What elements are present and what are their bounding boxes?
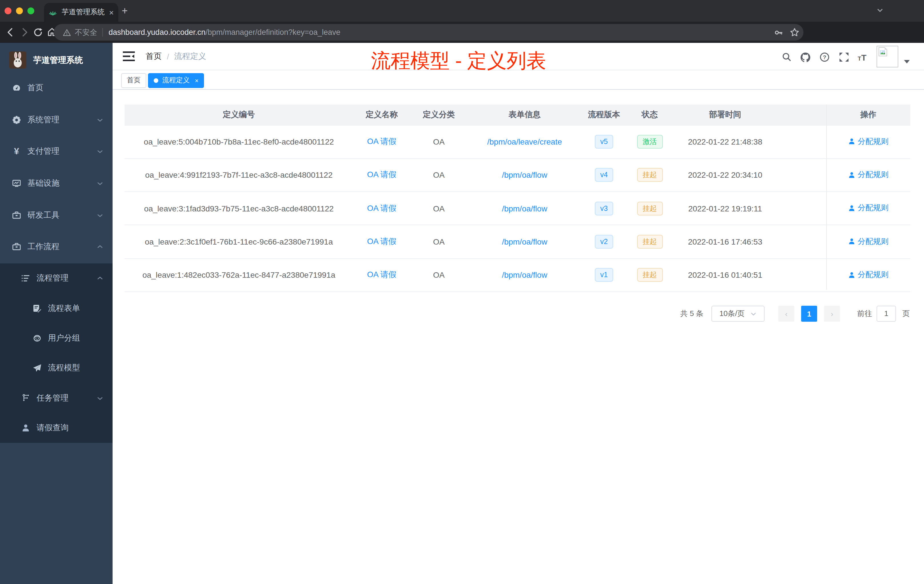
font-size-icon[interactable]: TT bbox=[858, 53, 866, 62]
cell-deploy-time: 2022-01-22 20:34:10 bbox=[673, 171, 777, 180]
sidebar-item-task-management[interactable]: 任务管理 bbox=[0, 383, 112, 413]
prev-page-button[interactable]: ‹ bbox=[778, 306, 794, 322]
status-badge: 挂起 bbox=[637, 268, 663, 282]
assign-rule-link[interactable]: 分配规则 bbox=[848, 170, 889, 180]
status-badge: 挂起 bbox=[637, 201, 663, 215]
tag-home[interactable]: 首页 bbox=[121, 73, 146, 88]
tab-close-icon[interactable]: × bbox=[109, 8, 114, 17]
goto-page-input[interactable]: 1 bbox=[876, 306, 896, 322]
definition-name-link[interactable]: OA 请假 bbox=[367, 203, 396, 212]
sidebar-item-process-form[interactable]: 流程表单 bbox=[0, 294, 112, 323]
tab-search-chevron-icon[interactable] bbox=[876, 7, 883, 14]
sidebar-item-user-group[interactable]: 用户分组 bbox=[0, 323, 112, 353]
next-page-button[interactable]: › bbox=[824, 306, 840, 322]
github-icon[interactable] bbox=[800, 52, 811, 63]
caret-down-icon[interactable] bbox=[904, 60, 910, 63]
version-badge: v3 bbox=[595, 201, 613, 215]
form-link[interactable]: /bpm/oa/flow bbox=[502, 237, 548, 246]
browser-tab[interactable]: 芋道管理系统 × bbox=[44, 3, 118, 22]
tab-title: 芋道管理系统 bbox=[62, 7, 106, 17]
cell-category: OA bbox=[410, 271, 467, 280]
help-icon[interactable]: ? bbox=[819, 52, 830, 62]
assign-rule-link[interactable]: 分配规则 bbox=[848, 203, 889, 213]
sidebar-submenu-workflow: 流程管理 流程表单 用户分组 流程模型 bbox=[0, 264, 112, 443]
sidebar-logo[interactable]: 芋道管理系统 bbox=[0, 49, 112, 71]
definition-name-link[interactable]: OA 请假 bbox=[367, 270, 396, 279]
fullscreen-icon[interactable] bbox=[839, 52, 849, 62]
sidebar-item-process-management[interactable]: 流程管理 bbox=[0, 264, 112, 294]
cell-deploy-time: 2022-01-16 17:46:53 bbox=[673, 237, 777, 246]
sidebar-item-system[interactable]: 系统管理 bbox=[0, 104, 112, 135]
chevron-up-icon bbox=[97, 244, 104, 251]
page-size-select[interactable]: 10条/页 bbox=[711, 306, 765, 322]
tab-strip: 芋道管理系统 × + bbox=[0, 0, 924, 22]
sidebar-item-label: 工作流程 bbox=[27, 242, 59, 252]
breadcrumb: 首页 / 流程定义 bbox=[146, 43, 206, 70]
version-badge: v2 bbox=[595, 235, 613, 249]
tag-label: 流程定义 bbox=[162, 76, 190, 85]
form-link[interactable]: /bpm/oa/flow bbox=[502, 271, 548, 280]
cell-category: OA bbox=[410, 171, 467, 180]
cell-category: OA bbox=[410, 204, 467, 213]
avatar[interactable] bbox=[876, 46, 898, 68]
fixed-column-divider bbox=[826, 104, 827, 289]
tag-close-icon[interactable]: × bbox=[195, 77, 198, 84]
bookmark-star-icon[interactable] bbox=[790, 27, 799, 37]
status-badge: 挂起 bbox=[637, 235, 663, 249]
traffic-light-minimize[interactable] bbox=[16, 7, 23, 14]
traffic-light-close[interactable] bbox=[5, 7, 12, 14]
active-dot bbox=[154, 78, 158, 82]
col-status: 状态 bbox=[626, 110, 673, 120]
sidebar-item-workflow[interactable]: 工作流程 bbox=[0, 231, 112, 263]
goto-unit: 页 bbox=[902, 308, 910, 319]
cell-category: OA bbox=[410, 237, 467, 246]
version-badge: v5 bbox=[595, 135, 613, 148]
form-link[interactable]: /bpm/oa/flow bbox=[502, 204, 548, 213]
sidebar-item-process-model[interactable]: 流程模型 bbox=[0, 353, 112, 383]
sidebar-item-leave-query[interactable]: 请假查询 bbox=[0, 413, 112, 443]
back-icon[interactable] bbox=[6, 27, 15, 37]
sidebar-item-label: 请假查询 bbox=[36, 423, 69, 433]
tree-icon bbox=[21, 394, 30, 403]
goto-label: 前往 bbox=[857, 308, 872, 319]
definition-name-link[interactable]: OA 请假 bbox=[367, 170, 396, 179]
assign-rule-link[interactable]: 分配规则 bbox=[848, 137, 889, 147]
definition-name-link[interactable]: OA 请假 bbox=[367, 137, 396, 146]
pagination: 共 5 条 10条/页 ‹ 1 › 前往 1 页 bbox=[680, 306, 910, 322]
prev-icon: ‹ bbox=[785, 309, 788, 318]
sidebar-toggle-icon[interactable] bbox=[123, 51, 135, 62]
sidebar-item-label: 首页 bbox=[27, 83, 43, 93]
reload-icon[interactable] bbox=[33, 27, 43, 37]
new-tab-button[interactable]: + bbox=[122, 6, 128, 16]
assign-rule-link[interactable]: 分配规则 bbox=[848, 270, 889, 280]
form-link[interactable]: /bpm/oa/flow bbox=[502, 171, 548, 180]
tag-process-definition[interactable]: 流程定义 × bbox=[148, 73, 204, 88]
tag-label: 首页 bbox=[127, 76, 140, 85]
sidebar-item-label: 用户分组 bbox=[48, 333, 80, 343]
sidebar-item-payment[interactable]: ¥ 支付管理 bbox=[0, 136, 112, 167]
monitor-icon bbox=[12, 179, 21, 188]
key-icon[interactable] bbox=[774, 28, 784, 37]
form-link[interactable]: /bpm/oa/leave/create bbox=[487, 137, 562, 146]
url-host: dashboard.yudao.iocoder.cn bbox=[109, 28, 205, 36]
assign-rule-link[interactable]: 分配规则 bbox=[848, 237, 889, 247]
sidebar-item-infra[interactable]: 基础设施 bbox=[0, 167, 112, 199]
version-badge: v4 bbox=[595, 168, 613, 182]
definition-name-link[interactable]: OA 请假 bbox=[367, 237, 396, 246]
breadcrumb-home[interactable]: 首页 bbox=[146, 51, 162, 62]
sidebar-item-label: 基础设施 bbox=[27, 178, 59, 188]
address-bar[interactable]: 不安全 dashboard.yudao.iocoder.cn/bpm/manag… bbox=[54, 24, 804, 41]
page-1-button[interactable]: 1 bbox=[801, 306, 817, 322]
sidebar-item-home[interactable]: 首页 bbox=[0, 72, 112, 104]
status-badge: 激活 bbox=[637, 135, 663, 148]
forward-icon[interactable] bbox=[20, 27, 29, 37]
sidebar-menu: 首页 系统管理 ¥ 支付管理 基础设施 bbox=[0, 72, 112, 263]
omnibox-divider bbox=[102, 28, 103, 36]
col-definition-category: 定义分类 bbox=[410, 110, 467, 120]
definition-table: 定义编号 定义名称 定义分类 表单信息 流程版本 状态 部署时间 操作 oa_l… bbox=[125, 104, 910, 292]
sidebar-item-devtools[interactable]: 研发工具 bbox=[0, 200, 112, 231]
search-icon[interactable] bbox=[782, 52, 792, 62]
gear-icon bbox=[12, 115, 21, 124]
chevron-down-icon bbox=[97, 395, 104, 402]
traffic-light-zoom[interactable] bbox=[27, 7, 34, 14]
